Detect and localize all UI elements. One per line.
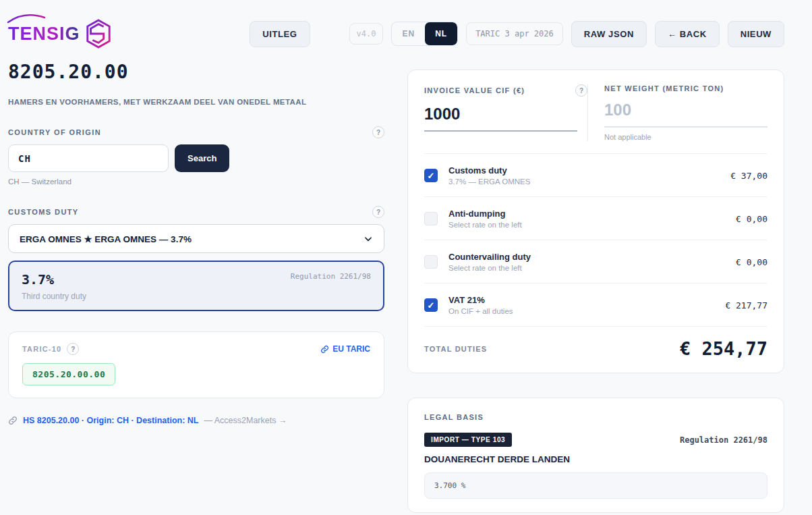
taric-label: TARIC-10 [22,345,61,353]
invoice-help-icon[interactable]: ? [575,84,587,97]
header-controls: v4.0 EN NL TARIC 3 apr 2026 RAW JSON ← B… [349,21,784,47]
language-toggle[interactable]: EN NL [391,22,458,46]
page: TENSIG UITLEG v4.0 EN NL TARIC 3 apr 202… [0,0,812,513]
check-icon: ✓ [428,301,435,310]
invoice-value-input[interactable] [424,105,577,132]
brand-hexagon-icon [84,18,113,49]
rate-regulation: Regulation 2261/98 [291,272,371,281]
duty-checkbox[interactable]: ✓ [424,298,438,312]
uitleg-button[interactable]: UITLEG [250,21,310,47]
taric-help-icon[interactable]: ? [67,343,79,355]
eu-taric-link-label: EU TARIC [332,344,370,354]
legal-basis-label: LEGAL BASIS [424,413,767,421]
duty-row: ✓ Anti-dumping Select rate on the left €… [424,197,767,240]
link-icon [320,345,329,354]
chevron-down-icon [364,234,373,244]
product-description: HAMERS EN VOORHAMERS, MET WERKZAAM DEEL … [8,98,384,106]
total-duties-label: TOTAL DUTIES [424,345,487,353]
link-icon [8,416,18,425]
import-type-badge: IMPORT — TYPE 103 [424,433,512,447]
net-weight-section: NET WEIGHT (METRIC TON) Not applicable [587,84,767,141]
duty-rows-list: ✓ Customs duty 3.7% — ERGA OMNES € 37,00… [424,153,767,327]
lang-en-button[interactable]: EN [392,22,425,45]
invoice-value-section: INVOICE VALUE CIF (€) ? [424,84,587,141]
rate-note: Third country duty [22,292,371,301]
lang-nl-button[interactable]: NL [425,22,457,45]
nieuw-button[interactable]: NIEUW [728,21,784,47]
duty-subtitle: On CIF + all duties [448,307,513,315]
back-button[interactable]: ← BACK [655,21,720,47]
duty-title: VAT 21% [448,295,513,305]
duty-checkbox[interactable]: ✓ [424,169,438,182]
net-weight-input [604,101,767,128]
selected-rate-card[interactable]: 3.7% Regulation 2261/98 Third country du… [8,261,384,311]
taric-card: TARIC-10 ? EU TARIC 8205.20.00.00 [8,331,384,398]
taric-code-badge: 8205.20.00.00 [22,363,115,385]
access2markets-link[interactable]: — Access2Markets → [204,416,287,425]
duty-row: ✓ VAT 21% On CIF + all duties € 217,77 [424,283,767,327]
legal-basis-card: LEGAL BASIS IMPORT — TYPE 103 Regulation… [407,398,784,513]
customs-duty-select[interactable]: ERGA OMNES ★ ERGA OMNES — 3.7% [8,224,384,253]
search-button[interactable]: Search [175,144,229,172]
duty-amount: € 0,00 [736,257,767,267]
duty-subtitle: Select rate on the left [448,221,522,229]
legal-regulation: Regulation 2261/98 [680,435,767,445]
duty-row: ✓ Customs duty 3.7% — ERGA OMNES € 37,00 [424,154,767,197]
duty-row: ✓ Countervailing duty Select rate on the… [424,240,767,283]
duty-amount: € 217,77 [725,300,767,310]
calculator-panel: INVOICE VALUE CIF (€) ? NET WEIGHT (METR… [407,49,784,513]
origin-help-icon[interactable]: ? [372,126,384,138]
origin-input[interactable] [8,144,169,172]
legal-measure-title: DOUANERECHT DERDE LANDEN [424,454,767,464]
breadcrumb: HS 8205.20.00 · Origin: CH · Destination… [8,416,384,425]
duty-title: Anti-dumping [448,209,522,219]
duty-amount: € 37,00 [730,171,767,181]
main-content: 8205.20.00 HAMERS EN VOORHAMERS, MET WER… [8,49,784,513]
net-weight-note: Not applicable [604,133,767,141]
total-duties-amount: € 254,77 [680,338,767,359]
duty-title: Countervailing duty [448,252,531,262]
invoice-value-label: INVOICE VALUE CIF (€) [424,86,525,94]
duty-checkbox[interactable]: ✓ [424,255,438,269]
legal-rate-box: 3.700 % [424,472,767,499]
header: TENSIG UITLEG v4.0 EN NL TARIC 3 apr 202… [8,0,784,49]
brand-logo: TENSIG [8,18,113,49]
taric-date-badge: TARIC 3 apr 2026 [466,22,563,45]
version-badge: v4.0 [349,23,384,45]
origin-result-text: CH — Switzerland [8,178,384,186]
duty-subtitle: 3.7% — ERGA OMNES [448,178,530,186]
customs-duty-label: CUSTOMS DUTY [8,208,79,216]
duty-title: Customs duty [448,165,530,175]
breadcrumb-links[interactable]: HS 8205.20.00 · Origin: CH · Destination… [23,416,198,425]
total-duties-row: TOTAL DUTIES € 254,77 [424,327,767,359]
customs-duty-selected-option: ERGA OMNES ★ ERGA OMNES — 3.7% [20,234,192,244]
duty-checkbox[interactable]: ✓ [424,212,438,225]
raw-json-button[interactable]: RAW JSON [571,21,647,47]
check-icon: ✓ [428,171,435,180]
country-of-origin-label: COUNTRY OF ORIGIN [8,128,101,136]
duty-subtitle: Select rate on the left [448,264,531,272]
duty-calculator-card: INVOICE VALUE CIF (€) ? NET WEIGHT (METR… [407,70,784,373]
customs-duty-help-icon[interactable]: ? [372,206,384,218]
brand-wordmark: TENSIG [8,24,80,45]
duty-amount: € 0,00 [736,214,767,224]
hs-code-title: 8205.20.00 [8,61,384,83]
product-panel: 8205.20.00 HAMERS EN VOORHAMERS, MET WER… [8,49,384,513]
net-weight-label: NET WEIGHT (METRIC TON) [604,84,724,92]
eu-taric-link[interactable]: EU TARIC [320,344,370,354]
